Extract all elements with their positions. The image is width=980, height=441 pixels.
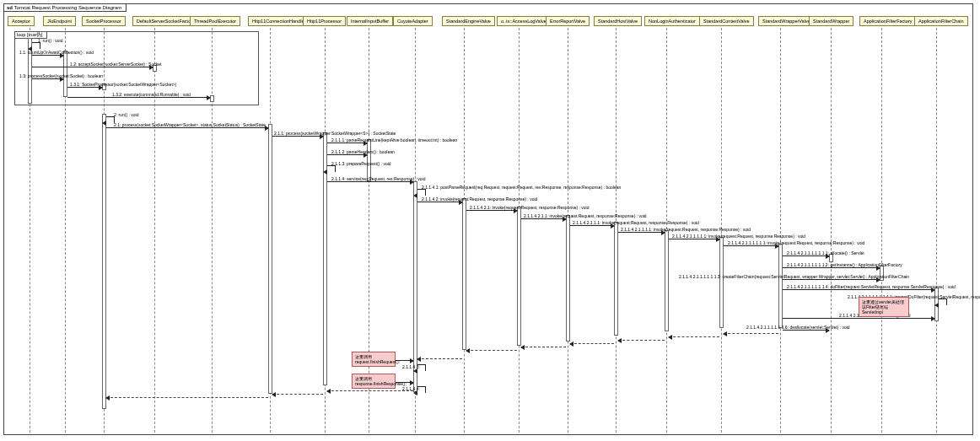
participant-p7: InternalInputBuffer (347, 16, 393, 26)
participant-p4: ThreadPoolExecutor (190, 16, 240, 26)
participant-p11: ErrorReportValve (546, 16, 590, 26)
participant-p2: SocketProcessor (82, 16, 126, 26)
lifeline-p7 (369, 28, 369, 433)
participant-p18: ApplicationFilterChain (914, 16, 968, 26)
participant-p12: StandardHostValve (594, 16, 642, 26)
participant-p6: Http11Processor (303, 16, 346, 26)
participant-p14: StandardContextValve (699, 16, 754, 26)
participant-p8: CoyoteAdapter (393, 16, 433, 26)
lifeline-p15 (780, 28, 781, 433)
participant-p10: o..ts::AccessLogValve (497, 16, 551, 26)
msg: 2.1.1.3: prepareRequest() : void (331, 161, 391, 166)
lifeline-p16 (831, 28, 832, 433)
participant-p1: JIoEndpoint (43, 16, 76, 26)
msg: 1: run() : void (38, 38, 62, 43)
note: 这里通过servlet来处理该Filter链尾端ServletImpl (859, 297, 909, 317)
participant-p15: StandardWrapperValve (758, 16, 815, 26)
participant-p9: StandardEngineValve (442, 16, 495, 26)
note: 这里调用response.finishResponse(); (352, 374, 396, 389)
msg: 2: run() : void (114, 112, 138, 117)
participant-p16: StandardWrapper (809, 16, 853, 26)
diagram-title: sd Tomcat Request Processing Sequence Di… (4, 4, 127, 12)
note: 这里调用request.finishRequest(); (352, 352, 396, 367)
participant-p17: ApplicationFilterFactory (859, 16, 916, 26)
participants-row: AcceptorJIoEndpointSocketProcessorDefaul… (4, 16, 972, 28)
lifeline-p17 (881, 28, 882, 433)
participant-p5: Http11ConnectionHandler (248, 16, 310, 26)
lifeline-p18 (936, 28, 937, 433)
msg: 2.1.1.4.1: postParseRequest(req:Request,… (422, 185, 621, 190)
participant-p0: Acceptor (8, 16, 35, 26)
participant-p3: DefaultServerSocketFactory (132, 16, 199, 26)
participant-p13: NonLoginAuthenticator (644, 16, 700, 26)
